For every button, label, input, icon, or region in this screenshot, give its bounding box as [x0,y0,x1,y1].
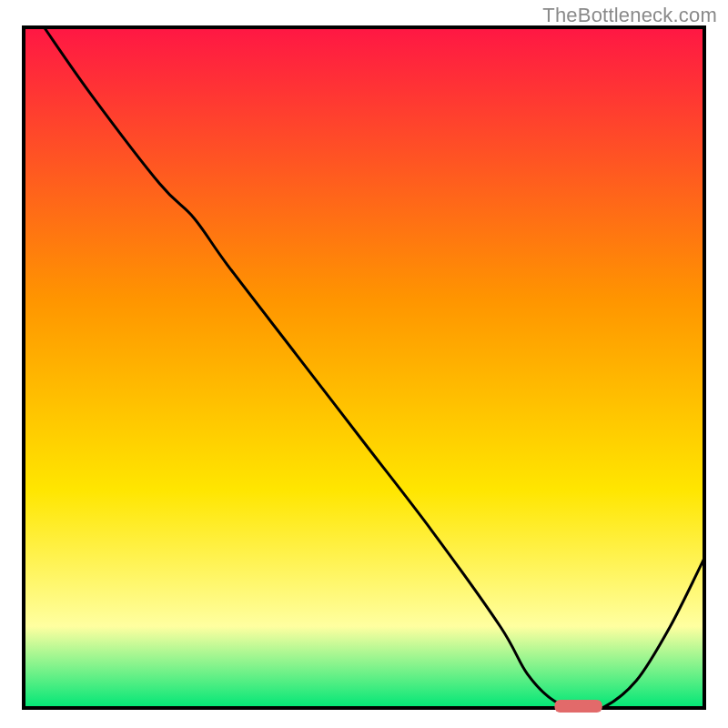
chart-container: TheBottleneck.com [0,0,728,728]
plot-background [24,27,704,708]
watermark-text: TheBottleneck.com [542,4,717,27]
marker-pill [554,700,602,713]
bottleneck-chart [0,0,728,728]
